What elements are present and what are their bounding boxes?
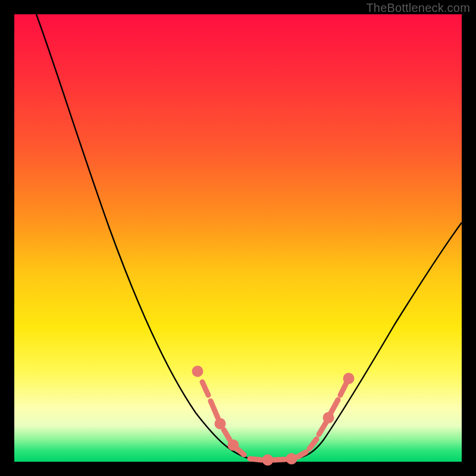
svg-point-14 bbox=[325, 415, 331, 421]
svg-point-0 bbox=[195, 368, 201, 374]
chart-overlay bbox=[14, 14, 462, 462]
svg-line-16 bbox=[340, 383, 346, 395]
svg-line-15 bbox=[331, 400, 338, 413]
svg-point-8 bbox=[265, 457, 271, 463]
svg-point-3 bbox=[217, 421, 223, 427]
attribution-label: TheBottleneck.com bbox=[366, 1, 470, 15]
svg-line-4 bbox=[224, 430, 230, 440]
svg-line-2 bbox=[211, 401, 218, 418]
svg-line-9 bbox=[274, 459, 286, 460]
svg-line-1 bbox=[202, 382, 208, 395]
svg-line-12 bbox=[309, 439, 317, 449]
svg-point-10 bbox=[289, 456, 295, 462]
svg-point-17 bbox=[346, 375, 352, 381]
marker-group bbox=[195, 368, 352, 463]
svg-line-7 bbox=[250, 459, 262, 460]
chart-stage: TheBottleneck.com bbox=[0, 0, 476, 476]
bottleneck-curve bbox=[36, 14, 462, 461]
svg-line-13 bbox=[319, 422, 326, 434]
